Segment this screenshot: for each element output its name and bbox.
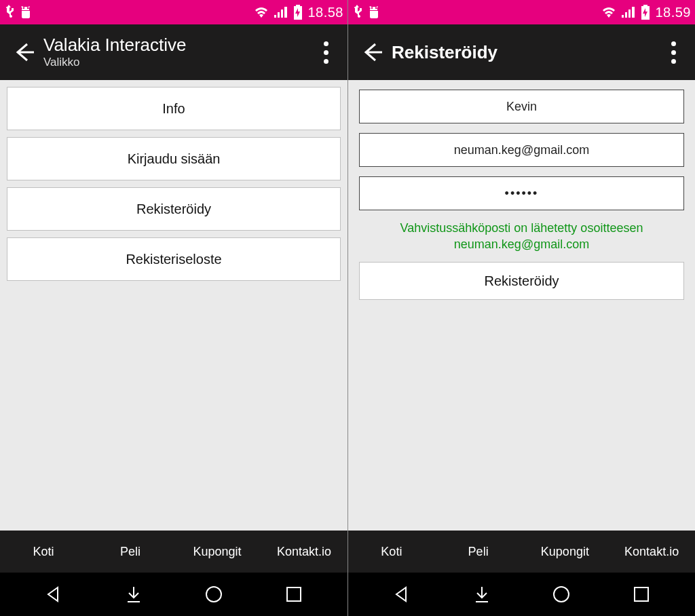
status-bar: 18.59 — [348, 0, 695, 24]
usb-icon — [352, 5, 362, 20]
bottom-tabs: Koti Peli Kupongit Kontakt.io — [0, 531, 348, 573]
usb-icon — [4, 5, 14, 20]
nav-recent-icon[interactable] — [282, 582, 306, 607]
app-subtitle: Valikko — [43, 56, 312, 69]
nav-bar — [348, 573, 695, 616]
signal-icon — [274, 5, 288, 19]
app-bar: Rekisteröidy — [348, 24, 695, 80]
adb-icon — [19, 5, 33, 20]
app-bar: Valakia Interactive Valikko — [0, 24, 348, 80]
nav-back-icon[interactable] — [390, 582, 414, 607]
status-left — [4, 5, 33, 20]
status-time: 18.59 — [655, 5, 691, 20]
nav-download-icon[interactable] — [121, 582, 146, 607]
battery-icon — [293, 5, 303, 20]
svg-point-2 — [554, 587, 569, 602]
svg-rect-1 — [287, 588, 301, 601]
svg-rect-3 — [635, 588, 648, 601]
tab-game[interactable]: Peli — [435, 531, 522, 573]
adb-icon — [367, 5, 381, 20]
content-area: Kevin neuman.keg@gmail.com •••••• Vahvis… — [348, 80, 695, 531]
menu-login-button[interactable]: Kirjaudu sisään — [7, 137, 341, 180]
password-field[interactable]: •••••• — [359, 176, 684, 210]
confirmation-text: Vahvistussähköposti on lähetetty osoitte… — [355, 220, 688, 262]
wifi-icon — [253, 5, 269, 19]
status-bar: 18.58 — [0, 0, 348, 24]
app-bar-titles: Rekisteröidy — [392, 42, 660, 63]
signal-icon — [621, 5, 636, 19]
status-right: 18.59 — [601, 5, 691, 20]
tab-coupons[interactable]: Kupongit — [174, 531, 261, 573]
app-title: Valakia Interactive — [43, 35, 312, 56]
tab-game[interactable]: Peli — [87, 531, 174, 573]
overflow-menu-button[interactable] — [312, 41, 339, 64]
wifi-icon — [601, 5, 617, 19]
battery-icon — [640, 5, 651, 20]
bottom-tabs: Koti Peli Kupongit Kontakt.io — [348, 531, 695, 573]
overflow-menu-button[interactable] — [660, 41, 687, 64]
nav-download-icon[interactable] — [470, 582, 494, 607]
nav-home-icon[interactable] — [549, 582, 574, 607]
nav-recent-icon[interactable] — [629, 582, 654, 607]
status-time: 18.58 — [307, 5, 343, 20]
tab-kontakt[interactable]: Kontakt.io — [608, 531, 695, 573]
phone-left: 18.58 Valakia Interactive Valikko Info K… — [0, 0, 348, 616]
app-title: Rekisteröidy — [392, 42, 660, 63]
phone-right: 18.59 Rekisteröidy Kevin neuman.keg@gmai… — [348, 0, 695, 616]
nav-home-icon[interactable] — [202, 582, 226, 607]
nav-bar — [0, 573, 348, 616]
app-bar-titles: Valakia Interactive Valikko — [43, 35, 312, 69]
menu-privacy-button[interactable]: Rekisteriseloste — [7, 237, 341, 281]
back-button[interactable] — [8, 36, 41, 69]
tab-kontakt[interactable]: Kontakt.io — [261, 531, 348, 573]
tab-home[interactable]: Koti — [0, 531, 87, 573]
status-left — [352, 5, 381, 20]
nav-back-icon[interactable] — [41, 582, 66, 607]
status-right: 18.58 — [253, 5, 343, 20]
tab-coupons[interactable]: Kupongit — [522, 531, 609, 573]
register-submit-button[interactable]: Rekisteröidy — [359, 262, 684, 300]
menu-register-button[interactable]: Rekisteröidy — [7, 187, 341, 231]
svg-point-0 — [206, 587, 221, 602]
name-field[interactable]: Kevin — [359, 90, 684, 123]
tab-home[interactable]: Koti — [348, 531, 435, 573]
menu-info-button[interactable]: Info — [7, 87, 341, 130]
content-area: Info Kirjaudu sisään Rekisteröidy Rekist… — [0, 80, 348, 531]
back-button[interactable] — [356, 36, 389, 69]
email-field[interactable]: neuman.keg@gmail.com — [359, 133, 684, 167]
